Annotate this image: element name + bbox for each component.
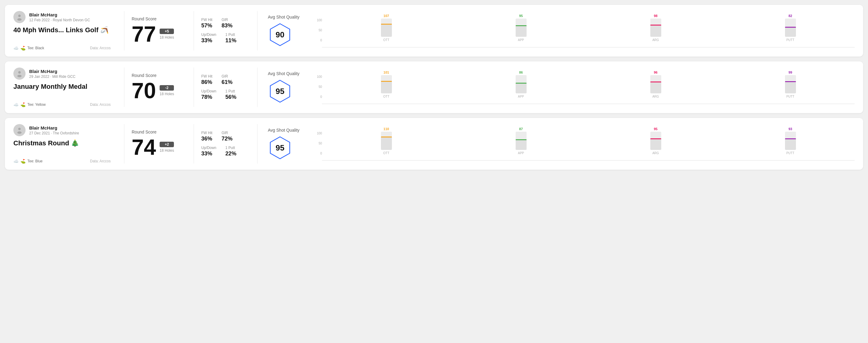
y-axis-bottom: 0 [313, 95, 322, 98]
divider-2 [194, 67, 194, 107]
score-badge: +5 [160, 29, 174, 34]
divider-3 [257, 124, 257, 164]
bar-bg-arg [650, 75, 661, 93]
gir-label: GIR [222, 18, 232, 22]
score-section: Round Score 74 +2 18 Holes [132, 124, 186, 164]
bar-label-putt: PUTT [786, 38, 794, 42]
bar-group-putt: 99 PUTT [726, 70, 855, 98]
bar-group-ott: 110 OTT [322, 127, 451, 155]
bar-group-putt: 82 PUTT [726, 14, 855, 42]
bar-bg-putt [785, 132, 796, 150]
bar-bg-ott [381, 75, 392, 93]
bar-label-app: APP [518, 151, 524, 155]
bar-group-arg: 98 ARG [591, 14, 720, 42]
left-section: Blair McHarg 12 Feb 2022 · Royal North D… [13, 11, 117, 51]
user-meta: 27 Dec 2021 · The Oxfordshire [29, 131, 79, 135]
chart-section: 100 50 0 107 OTT 95 APP 98 ARG 82 [307, 11, 855, 51]
score-number: 77 [132, 23, 156, 45]
hexagon: 95 [268, 136, 292, 160]
y-axis-top: 100 [313, 75, 322, 79]
divider-2 [194, 11, 194, 51]
bar-line-ott [381, 81, 392, 82]
hexagon-container: 95 [268, 79, 292, 103]
user-meta: 29 Jan 2022 · Mill Ride GCC [29, 74, 75, 79]
stat-gir: GIR 83% [222, 18, 232, 29]
golf-icon: ⛳ [20, 159, 26, 164]
cloud-icon: ☁️ [13, 159, 19, 164]
bar-label-putt: PUTT [786, 151, 794, 155]
stat-fw-hit: FW Hit 86% [201, 74, 213, 86]
quality-section: Avg Shot Quality 95 [265, 67, 307, 107]
gir-label: GIR [222, 131, 232, 135]
one-putt-value: 11% [225, 37, 236, 44]
bar-line-app [516, 139, 527, 140]
bar-value-ott: 107 [383, 14, 389, 18]
user-header: Blair McHarg 27 Dec 2021 · The Oxfordshi… [13, 124, 111, 136]
stats-row-bottom: Up/Down 33% 1 Putt 22% [201, 146, 250, 157]
tee-info: ☁️ ⛳ Tee: Black [13, 45, 44, 51]
bar-bg-putt [785, 19, 796, 37]
one-putt-label: 1 Putt [225, 33, 236, 37]
cloud-icon: ☁️ [13, 102, 19, 107]
stat-updown: Up/Down 78% [201, 89, 216, 100]
bar-bg-ott [381, 19, 392, 37]
bar-line-putt [785, 138, 796, 139]
quality-section: Avg Shot Quality 95 [265, 124, 307, 164]
bars-container: 107 OTT 95 APP 98 ARG 82 [322, 19, 855, 48]
tee-label: Tee: Black [27, 46, 44, 50]
svg-point-3 [18, 71, 21, 73]
avatar [13, 11, 26, 23]
fw-hit-value: 36% [201, 136, 213, 142]
divider-1 [124, 124, 124, 164]
stat-updown: Up/Down 33% [201, 146, 216, 157]
gir-value: 83% [222, 23, 232, 29]
svg-point-0 [18, 14, 21, 17]
bar-fill-app [516, 139, 527, 150]
bar-chart-wrapper: 100 50 0 110 OTT 87 APP 95 ARG 93 [313, 124, 855, 161]
bar-value-putt: 99 [788, 70, 792, 74]
tee-info: ☁️ ⛳ Tee: Blue [13, 159, 42, 164]
one-putt-label: 1 Putt [225, 146, 236, 150]
stats-section: FW Hit 86% GIR 61% Up/Down 78% 1 Putt 56… [201, 67, 250, 107]
bar-value-app: 87 [519, 127, 523, 131]
bar-fill-arg [650, 138, 661, 150]
bar-fill-app [516, 25, 527, 37]
stat-one-putt: 1 Putt 56% [225, 89, 236, 100]
holes-label: 18 Holes [160, 148, 174, 153]
score-badge: +2 [160, 142, 174, 147]
bar-value-putt: 82 [788, 14, 792, 18]
y-axis-top: 100 [313, 19, 322, 22]
divider-1 [124, 67, 124, 107]
left-section: Blair McHarg 27 Dec 2021 · The Oxfordshi… [13, 124, 117, 164]
bar-bg-ott [381, 132, 392, 150]
score-label: Round Score [132, 73, 186, 78]
y-axis: 100 50 0 [313, 132, 322, 161]
golf-icon: ⛳ [20, 45, 26, 51]
bar-fill-ott [381, 24, 392, 37]
bar-value-app: 95 [519, 14, 523, 18]
bar-line-putt [785, 27, 796, 28]
user-name: Blair McHarg [29, 12, 90, 17]
bar-line-ott [381, 136, 392, 137]
bar-fill-arg [650, 82, 661, 93]
score-badge: -2 [160, 85, 174, 91]
bar-line-app [516, 83, 527, 84]
bar-fill-app [516, 83, 527, 93]
bar-value-arg: 98 [654, 14, 657, 18]
hexagon: 90 [268, 23, 292, 47]
bar-bg-arg [650, 132, 661, 150]
stat-fw-hit: FW Hit 57% [201, 18, 213, 29]
score-section: Round Score 77 +5 18 Holes [132, 11, 186, 51]
bar-line-arg [650, 25, 661, 26]
quality-label: Avg Shot Quality [268, 71, 300, 76]
round-title: January Monthly Medal [13, 83, 111, 91]
updown-value: 33% [201, 37, 216, 44]
quality-label: Avg Shot Quality [268, 128, 300, 132]
y-axis-bottom: 0 [313, 152, 322, 155]
bar-value-putt: 93 [788, 127, 792, 131]
round-card-round1: Blair McHarg 12 Feb 2022 · Royal North D… [5, 5, 863, 57]
y-axis-bottom: 0 [313, 39, 322, 42]
bar-group-arg: 95 ARG [591, 127, 720, 155]
gir-value: 72% [222, 136, 232, 142]
divider-2 [194, 124, 194, 164]
